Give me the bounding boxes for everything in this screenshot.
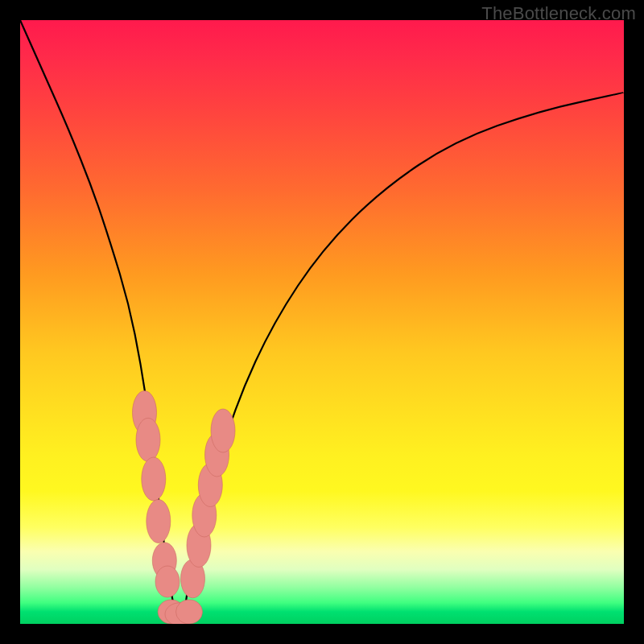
curve-marker	[176, 600, 203, 624]
curve-markers	[133, 391, 236, 625]
curve-marker	[147, 500, 171, 543]
bottleneck-curve	[20, 20, 624, 624]
curve-marker	[136, 418, 160, 461]
chart-frame: TheBottleneck.com	[0, 0, 644, 644]
curve-layer	[20, 20, 624, 624]
plot-area	[20, 20, 624, 624]
curve-marker	[155, 566, 180, 597]
watermark-text: TheBottleneck.com	[481, 3, 636, 24]
curve-marker	[211, 409, 235, 452]
curve-marker	[142, 457, 166, 501]
